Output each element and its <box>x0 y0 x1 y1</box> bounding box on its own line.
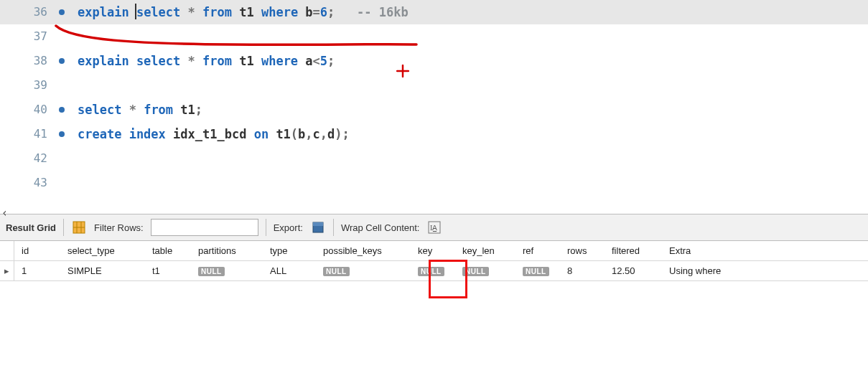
line-number: 43 <box>0 171 52 195</box>
toolbar-separator <box>266 219 266 236</box>
statement-marker-icon <box>59 58 65 64</box>
code-line[interactable]: 37 <box>0 24 868 49</box>
line-number: 36 <box>0 0 52 24</box>
svg-text:IA̲: IA̲ <box>430 224 437 232</box>
results-toolbar: Result Grid Filter Rows: Export: Wrap Ce… <box>0 214 868 241</box>
code-line[interactable]: 36explain select * from t1 where b=6; --… <box>0 0 868 24</box>
cell-key-len[interactable]: NULL <box>455 265 515 276</box>
col-header-type[interactable]: type <box>263 245 316 256</box>
cell-table[interactable]: t1 <box>145 265 191 276</box>
cell-id[interactable]: 1 <box>14 265 60 276</box>
result-grid-label: Result Grid <box>6 222 56 233</box>
cell-partitions[interactable]: NULL <box>191 265 263 276</box>
grid-header-row: id select_type table partitions type pos… <box>0 241 868 261</box>
code-content[interactable]: explain select * from t1 where b=6; -- 1… <box>52 0 409 24</box>
cell-filtered[interactable]: 12.50 <box>605 265 662 276</box>
code-content[interactable]: explain select * from t1 where a<5; <box>52 49 335 73</box>
line-number: 38 <box>0 49 52 73</box>
cell-select-type[interactable]: SIMPLE <box>60 265 145 276</box>
col-header-extra[interactable]: Extra <box>662 245 762 256</box>
col-header-select-type[interactable]: select_type <box>60 245 145 256</box>
cell-extra[interactable]: Using where <box>662 265 762 276</box>
code-line[interactable]: 43 <box>0 171 868 195</box>
code-content[interactable]: select * from t1; <box>52 98 202 122</box>
code-content[interactable]: create index idx_t1_bcd on t1(b,c,d); <box>52 122 350 146</box>
export-label: Export: <box>274 222 303 233</box>
col-header-rows[interactable]: rows <box>560 245 605 256</box>
line-number: 37 <box>0 24 52 49</box>
statement-marker-icon <box>59 131 65 137</box>
col-header-ref[interactable]: ref <box>515 245 560 256</box>
line-number: 39 <box>0 73 52 98</box>
col-header-key[interactable]: key <box>411 245 455 256</box>
cell-key[interactable]: NULL <box>411 265 455 276</box>
code-line[interactable]: 40select * from t1; <box>0 98 868 122</box>
toolbar-separator <box>63 219 64 236</box>
grid-row-selector[interactable]: ▸ <box>0 261 14 280</box>
line-number: 41 <box>0 122 52 146</box>
result-grid[interactable]: id select_type table partitions type pos… <box>0 241 868 281</box>
grid-data-row[interactable]: ▸ 1 SIMPLE t1 NULL ALL NULL NULL NULL NU… <box>0 261 868 281</box>
code-line[interactable]: 39 <box>0 73 868 98</box>
filter-rows-label: Filter Rows: <box>94 222 144 233</box>
svg-rect-5 <box>313 222 323 226</box>
cell-ref[interactable]: NULL <box>515 265 560 276</box>
col-header-filtered[interactable]: filtered <box>605 245 662 256</box>
cell-rows[interactable]: 8 <box>560 265 605 276</box>
col-header-possible-keys[interactable]: possible_keys <box>316 245 411 256</box>
grid-view-icon[interactable] <box>71 220 87 235</box>
line-number: 42 <box>0 146 52 171</box>
col-header-key-len[interactable]: key_len <box>455 245 515 256</box>
cell-possible-keys[interactable]: NULL <box>316 265 411 276</box>
statement-marker-icon <box>59 107 65 113</box>
wrap-cell-label: Wrap Cell Content: <box>341 222 420 233</box>
statement-marker-icon <box>59 9 65 15</box>
col-header-table[interactable]: table <box>145 245 191 256</box>
code-line[interactable]: 41create index idx_t1_bcd on t1(b,c,d); <box>0 122 868 146</box>
filter-rows-input[interactable] <box>151 219 258 236</box>
cell-type[interactable]: ALL <box>263 265 316 276</box>
export-icon[interactable] <box>310 220 326 235</box>
col-header-id[interactable]: id <box>14 245 60 256</box>
code-line[interactable]: 38explain select * from t1 where a<5; <box>0 49 868 73</box>
grid-row-selector-header <box>0 241 14 260</box>
code-line[interactable]: 42 <box>0 146 868 171</box>
toolbar-separator <box>333 219 334 236</box>
col-header-partitions[interactable]: partitions <box>191 245 263 256</box>
sql-editor[interactable]: 36explain select * from t1 where b=6; --… <box>0 0 868 208</box>
wrap-cell-icon[interactable]: IA̲ <box>426 220 442 235</box>
panel-collapse-handle[interactable]: ‹ <box>0 207 8 220</box>
line-number: 40 <box>0 98 52 122</box>
